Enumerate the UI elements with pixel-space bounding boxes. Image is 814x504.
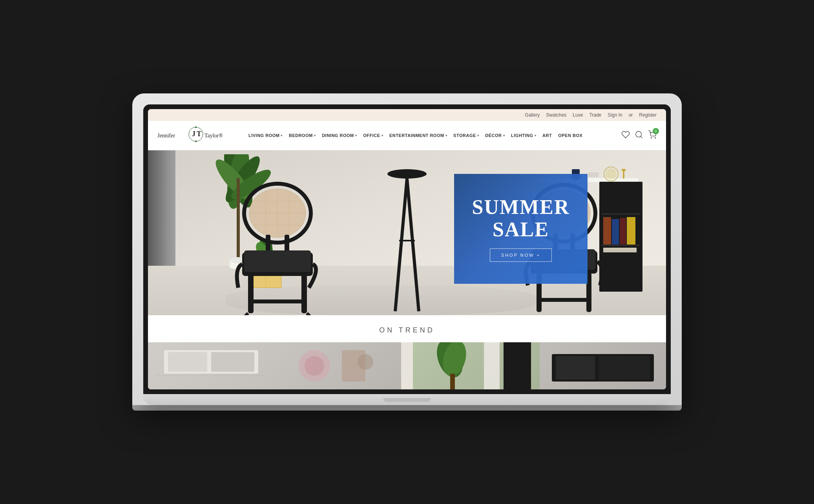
svg-rect-86 bbox=[211, 352, 254, 372]
shop-now-button[interactable]: SHOP NOW + bbox=[490, 248, 552, 262]
chevron-icon: ▾ bbox=[445, 134, 447, 137]
nav-open-box[interactable]: OPEN BOX bbox=[555, 131, 586, 139]
svg-rect-99 bbox=[599, 356, 650, 380]
gallery-link[interactable]: Gallery bbox=[525, 112, 540, 118]
chevron-icon: ▾ bbox=[503, 134, 505, 137]
svg-rect-85 bbox=[168, 352, 207, 372]
svg-rect-77 bbox=[601, 245, 641, 246]
svg-point-4 bbox=[195, 126, 197, 128]
sale-title: SUMMER SALE bbox=[472, 196, 570, 241]
on-trend-item-4[interactable] bbox=[413, 342, 540, 389]
nav-dining-room[interactable]: DINING ROOM ▾ bbox=[319, 131, 360, 139]
on-trend-item-2[interactable] bbox=[275, 342, 402, 389]
svg-point-10 bbox=[655, 137, 655, 138]
svg-line-8 bbox=[641, 136, 642, 138]
on-trend-grid bbox=[148, 342, 666, 389]
hero-section: SUMMER SALE SHOP NOW + bbox=[148, 150, 666, 315]
svg-rect-76 bbox=[601, 213, 641, 215]
svg-point-7 bbox=[636, 131, 642, 137]
svg-rect-79 bbox=[612, 219, 619, 245]
svg-rect-55 bbox=[248, 299, 307, 303]
svg-text:Jennifer: Jennifer bbox=[157, 133, 175, 139]
svg-rect-83 bbox=[604, 249, 636, 252]
svg-point-9 bbox=[651, 137, 652, 138]
svg-text:T: T bbox=[197, 130, 201, 138]
on-trend-item-5[interactable] bbox=[540, 342, 666, 389]
chevron-icon: ▾ bbox=[477, 134, 479, 137]
luxe-link[interactable]: Luxe bbox=[573, 112, 583, 118]
trade-link[interactable]: Trade bbox=[589, 112, 601, 118]
svg-rect-96 bbox=[504, 342, 531, 389]
svg-text:J: J bbox=[192, 130, 195, 138]
laptop-outer: Gallery Swatches Luxe Trade Sign In or R… bbox=[132, 93, 682, 405]
cart-icon[interactable]: 0 bbox=[648, 130, 657, 141]
svg-rect-94 bbox=[450, 374, 455, 389]
auth-separator: or bbox=[629, 112, 633, 118]
main-nav: Jennifer J T Taylor® bbox=[148, 121, 666, 150]
svg-point-5 bbox=[195, 141, 197, 142]
nav-bedroom[interactable]: BEDROOM ▾ bbox=[286, 131, 319, 139]
laptop-container: Gallery Swatches Luxe Trade Sign In or R… bbox=[132, 93, 682, 411]
chevron-icon: ▾ bbox=[535, 134, 537, 137]
svg-rect-52 bbox=[244, 250, 311, 272]
laptop-base bbox=[143, 394, 671, 405]
svg-point-89 bbox=[305, 356, 324, 376]
bookcase bbox=[599, 182, 646, 292]
laptop-stand bbox=[132, 405, 682, 411]
cart-badge: 0 bbox=[653, 128, 659, 134]
svg-rect-95 bbox=[484, 342, 500, 389]
on-trend-title: ON TREND bbox=[148, 326, 666, 334]
nav-storage[interactable]: STORAGE ▾ bbox=[450, 131, 482, 139]
on-trend-item-1[interactable] bbox=[148, 342, 275, 389]
chevron-icon: ▾ bbox=[314, 134, 316, 137]
chair-left bbox=[226, 174, 329, 315]
search-icon[interactable] bbox=[635, 130, 643, 141]
svg-rect-98 bbox=[556, 356, 595, 380]
svg-rect-54 bbox=[301, 274, 307, 313]
svg-rect-53 bbox=[248, 274, 254, 313]
svg-point-56 bbox=[387, 169, 427, 179]
screen-content: Gallery Swatches Luxe Trade Sign In or R… bbox=[148, 109, 666, 389]
logo-svg: Jennifer J T Taylor® bbox=[157, 126, 228, 145]
svg-rect-78 bbox=[603, 217, 611, 245]
nav-lighting[interactable]: LIGHTING ▾ bbox=[508, 131, 539, 139]
svg-rect-74 bbox=[537, 298, 591, 302]
wishlist-icon[interactable] bbox=[621, 130, 630, 141]
nav-living-room[interactable]: LIVING ROOM ▾ bbox=[245, 131, 286, 139]
on-trend-item-3[interactable] bbox=[401, 342, 413, 389]
register-link[interactable]: Register bbox=[639, 112, 657, 118]
sale-overlay: SUMMER SALE SHOP NOW + bbox=[454, 174, 588, 284]
svg-rect-81 bbox=[627, 217, 635, 245]
svg-rect-20 bbox=[623, 170, 624, 179]
nav-actions: 0 bbox=[621, 130, 657, 141]
chevron-icon: ▾ bbox=[355, 134, 357, 137]
nav-office[interactable]: OFFICE ▾ bbox=[360, 131, 386, 139]
on-trend-section: ON TREND bbox=[148, 315, 666, 389]
center-table bbox=[383, 162, 431, 315]
swatches-link[interactable]: Swatches bbox=[546, 112, 566, 118]
svg-line-57 bbox=[395, 179, 407, 311]
screen-bezel: Gallery Swatches Luxe Trade Sign In or R… bbox=[143, 104, 671, 394]
nav-decor[interactable]: DÉCOR ▾ bbox=[482, 131, 508, 139]
utility-bar: Gallery Swatches Luxe Trade Sign In or R… bbox=[148, 109, 666, 121]
nav-items: LIVING ROOM ▾ BEDROOM ▾ DINING ROOM ▾ bbox=[245, 131, 621, 139]
sign-in-link[interactable]: Sign In bbox=[608, 112, 622, 118]
svg-rect-80 bbox=[620, 218, 626, 245]
svg-point-21 bbox=[621, 169, 626, 171]
svg-text:Taylor®: Taylor® bbox=[204, 133, 223, 139]
nav-art[interactable]: ART bbox=[539, 131, 555, 139]
svg-point-91 bbox=[358, 354, 373, 370]
laptop-notch bbox=[383, 398, 431, 402]
nav-entertainment[interactable]: ENTERTAINMENT ROOM ▾ bbox=[386, 131, 450, 139]
chevron-icon: ▾ bbox=[381, 134, 383, 137]
chevron-icon: ▾ bbox=[281, 134, 283, 137]
logo[interactable]: Jennifer J T Taylor® bbox=[157, 126, 236, 145]
svg-line-58 bbox=[407, 179, 419, 311]
